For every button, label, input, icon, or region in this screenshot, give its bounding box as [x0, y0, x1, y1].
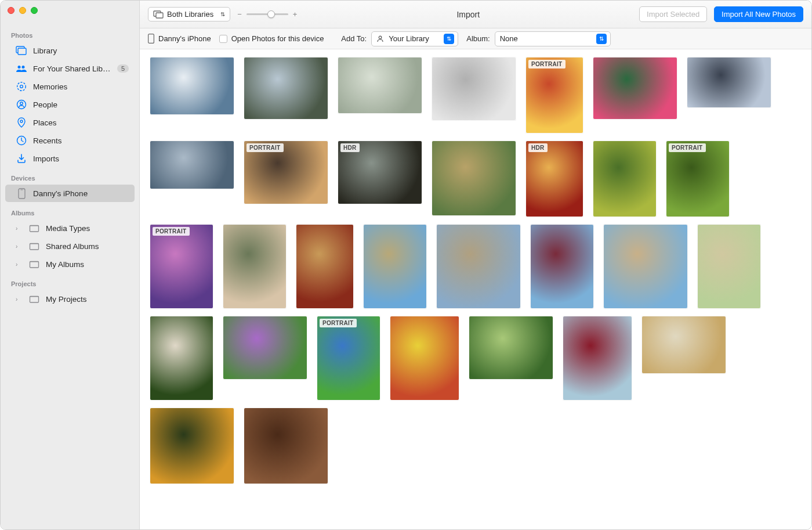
thumbnail[interactable] [223, 225, 286, 308]
sidebar-item[interactable]: Imports [5, 150, 135, 167]
thumbnail[interactable] [338, 57, 422, 113]
thumbnail-image [244, 408, 328, 484]
thumbnail[interactable] [437, 225, 520, 308]
album-dropdown[interactable]: None ⇅ [495, 31, 611, 46]
sidebar-item[interactable]: People [5, 96, 135, 113]
people-icon [16, 99, 27, 110]
thumbnail-scroll-area[interactable]: PORTRAITPORTRAITHDRHDRPORTRAITPORTRAITPO… [140, 49, 811, 529]
thumbnail[interactable] [469, 316, 553, 379]
svg-rect-21 [156, 13, 163, 18]
svg-point-8 [20, 120, 23, 122]
thumbnail[interactable] [593, 57, 677, 119]
sidebar-item[interactable]: ›Media Types [5, 219, 135, 237]
thumbnail[interactable] [150, 141, 234, 189]
zoom-slider[interactable]: − + [237, 10, 297, 19]
svg-point-23 [379, 36, 382, 39]
sidebar-item[interactable]: Recents [5, 132, 135, 149]
import-all-button[interactable]: Import All New Photos [714, 6, 803, 22]
fullscreen-window-icon[interactable] [31, 7, 38, 14]
svg-rect-10 [19, 189, 25, 199]
thumbnail[interactable]: HDR [338, 141, 422, 204]
sidebar-item-label: My Albums [46, 260, 129, 269]
svg-rect-22 [148, 34, 154, 44]
thumbnail[interactable] [296, 225, 353, 308]
thumbnail[interactable] [150, 316, 213, 400]
thumbnail-image [593, 141, 656, 217]
sidebar-item[interactable]: ›My Albums [5, 255, 135, 273]
checkbox-icon[interactable] [219, 35, 227, 43]
thumbnail[interactable] [687, 57, 771, 107]
thumbnail[interactable] [593, 141, 656, 217]
zoom-in-icon[interactable]: + [293, 10, 298, 19]
thumbnail-grid: PORTRAITPORTRAITHDRHDRPORTRAITPORTRAITPO… [150, 57, 801, 484]
disclosure-icon[interactable]: › [16, 225, 23, 232]
open-photos-checkbox[interactable]: Open Photos for this device [219, 34, 324, 43]
thumbnail[interactable] [531, 225, 593, 308]
chevron-updown-icon: ⇅ [444, 34, 454, 44]
thumbnail[interactable]: PORTRAIT [666, 141, 729, 217]
sidebar-item[interactable]: Places [5, 114, 135, 131]
thumbnail[interactable] [364, 225, 426, 308]
thumbnail[interactable] [390, 316, 459, 400]
sidebar-item-label: Media Types [46, 224, 129, 233]
thumbnail-image [317, 316, 380, 400]
svg-rect-15 [30, 243, 39, 244]
import-selected-button[interactable]: Import Selected [639, 6, 707, 22]
thumbnail[interactable] [432, 57, 516, 120]
thumbnail[interactable]: HDR [526, 141, 583, 217]
zoom-knob[interactable] [267, 10, 275, 18]
thumbnail[interactable] [642, 316, 726, 373]
chevron-updown-icon: ⇅ [596, 34, 607, 44]
thumbnail-image [364, 225, 426, 308]
sidebar-item[interactable]: Memories [5, 78, 135, 95]
thumbnail[interactable] [150, 408, 234, 484]
zoom-out-icon[interactable]: − [237, 10, 242, 19]
sidebar-item[interactable]: For Your Shared Lib…5 [5, 60, 135, 77]
sidebar-section-title: Albums [1, 206, 139, 219]
thumbnail[interactable] [244, 408, 328, 484]
add-to-dropdown[interactable]: Your Library ⇅ [371, 31, 458, 46]
thumbnail-image [698, 225, 760, 308]
window-controls [0, 0, 45, 21]
sidebar-item[interactable]: ›My Projects [5, 290, 135, 308]
folder-icon [28, 293, 40, 305]
photo-type-badge: HDR [528, 143, 548, 152]
sidebar-item[interactable]: Danny's iPhone [5, 185, 135, 202]
sidebar-item[interactable]: Library [5, 42, 135, 59]
disclosure-icon[interactable]: › [16, 261, 23, 268]
library-scope-icon [153, 10, 164, 19]
thumbnail-image [150, 57, 234, 114]
thumbnail-image [223, 316, 307, 379]
sidebar-item-label: Memories [33, 82, 129, 91]
thumbnail[interactable]: PORTRAIT [150, 225, 213, 308]
close-window-icon[interactable] [8, 7, 14, 14]
thumbnail-image [666, 141, 729, 217]
thumbnail[interactable] [604, 225, 687, 308]
library-scope-dropdown[interactable]: Both Libraries ⇅ [148, 7, 230, 21]
import-options-bar: Danny's iPhone Open Photos for this devi… [140, 28, 811, 49]
thumbnail[interactable] [563, 316, 632, 400]
thumbnail[interactable] [698, 225, 760, 308]
sidebar-item-label: People [33, 100, 129, 109]
thumbnail[interactable]: PORTRAIT [244, 141, 328, 204]
thumbnail[interactable]: PORTRAIT [526, 57, 583, 133]
thumbnail[interactable]: PORTRAIT [317, 316, 380, 400]
thumbnail-image [437, 225, 520, 308]
zoom-track[interactable] [246, 13, 288, 15]
thumbnail[interactable] [244, 57, 328, 119]
photo-type-badge: HDR [340, 143, 360, 152]
thumbnail[interactable] [223, 316, 307, 379]
thumbnail-image [526, 141, 583, 217]
sidebar-item[interactable]: ›Shared Albums [5, 237, 135, 255]
thumbnail[interactable] [150, 57, 234, 114]
places-icon [16, 117, 27, 128]
thumbnail[interactable] [432, 141, 516, 215]
album-label: Album: [466, 34, 490, 43]
svg-rect-17 [30, 261, 39, 262]
minimize-window-icon[interactable] [19, 7, 26, 14]
disclosure-icon[interactable]: › [16, 243, 23, 250]
iphone-icon [148, 34, 154, 44]
sidebar-item-label: Imports [33, 154, 129, 163]
disclosure-icon[interactable]: › [16, 296, 23, 302]
sidebar-section-title: Photos [1, 28, 139, 41]
